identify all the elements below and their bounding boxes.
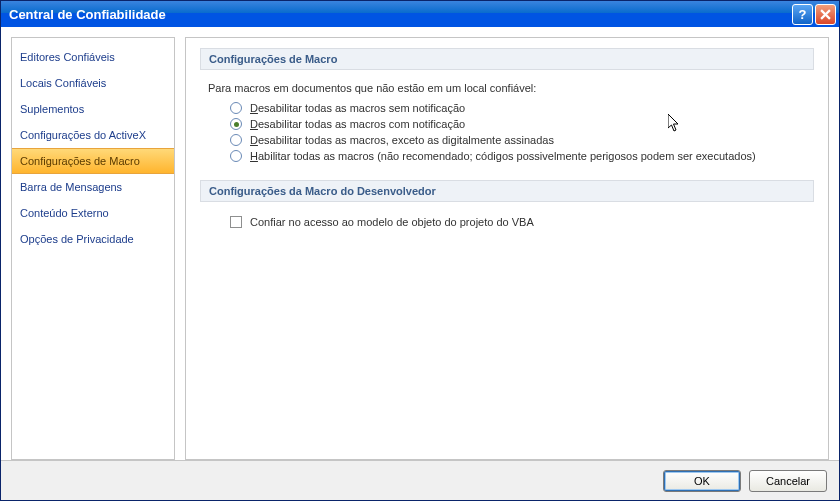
- cursor-icon: [668, 114, 684, 134]
- macro-option-label: Desabilitar todas as macros sem notifica…: [250, 102, 465, 114]
- window-title: Central de Confiabilidade: [9, 7, 790, 22]
- main-panel: Configurações de Macro Para macros em do…: [185, 37, 829, 460]
- radio-icon: [230, 150, 242, 162]
- macro-option-label: Desabilitar todas as macros, exceto as d…: [250, 134, 554, 146]
- sidebar-item-4[interactable]: Configurações de Macro: [12, 148, 174, 174]
- sidebar-item-3[interactable]: Configurações do ActiveX: [12, 122, 174, 148]
- checkbox-icon: [230, 216, 242, 228]
- macro-option-2[interactable]: Desabilitar todas as macros, exceto as d…: [208, 132, 806, 148]
- radio-icon: [230, 118, 242, 130]
- macro-option-0[interactable]: Desabilitar todas as macros sem notifica…: [208, 100, 806, 116]
- sidebar-item-5[interactable]: Barra de Mensagens: [12, 174, 174, 200]
- sidebar-item-2[interactable]: Suplementos: [12, 96, 174, 122]
- macro-option-label: Desabilitar todas as macros com notifica…: [250, 118, 465, 130]
- macro-intro-text: Para macros em documentos que não estão …: [208, 82, 806, 94]
- titlebar: Central de Confiabilidade ?: [1, 1, 839, 27]
- sidebar: Editores ConfiáveisLocais ConfiáveisSupl…: [11, 37, 175, 460]
- macro-settings-body: Para macros em documentos que não estão …: [200, 78, 814, 172]
- macro-option-label: Habilitar todas as macros (não recomenda…: [250, 150, 756, 162]
- ok-button[interactable]: OK: [663, 470, 741, 492]
- close-icon: [820, 9, 831, 20]
- trust-vba-checkbox-row[interactable]: Confiar no acesso ao modelo de objeto do…: [208, 214, 806, 230]
- macro-option-1[interactable]: Desabilitar todas as macros com notifica…: [208, 116, 806, 132]
- radio-icon: [230, 134, 242, 146]
- sidebar-item-7[interactable]: Opções de Privacidade: [12, 226, 174, 252]
- macro-options-list: Desabilitar todas as macros sem notifica…: [208, 100, 806, 164]
- developer-macro-header: Configurações da Macro do Desenvolvedor: [200, 180, 814, 202]
- sidebar-item-1[interactable]: Locais Confiáveis: [12, 70, 174, 96]
- developer-macro-body: Confiar no acesso ao modelo de objeto do…: [200, 210, 814, 238]
- macro-settings-header: Configurações de Macro: [200, 48, 814, 70]
- trust-center-window: Central de Confiabilidade ? Editores Con…: [0, 0, 840, 501]
- radio-icon: [230, 102, 242, 114]
- macro-option-3[interactable]: Habilitar todas as macros (não recomenda…: [208, 148, 806, 164]
- client-area: Editores ConfiáveisLocais ConfiáveisSupl…: [1, 27, 839, 460]
- close-button[interactable]: [815, 4, 836, 25]
- dialog-footer: OK Cancelar: [1, 460, 839, 500]
- cancel-button[interactable]: Cancelar: [749, 470, 827, 492]
- trust-vba-label: Confiar no acesso ao modelo de objeto do…: [250, 216, 534, 228]
- help-button[interactable]: ?: [792, 4, 813, 25]
- sidebar-item-6[interactable]: Conteúdo Externo: [12, 200, 174, 226]
- sidebar-item-0[interactable]: Editores Confiáveis: [12, 44, 174, 70]
